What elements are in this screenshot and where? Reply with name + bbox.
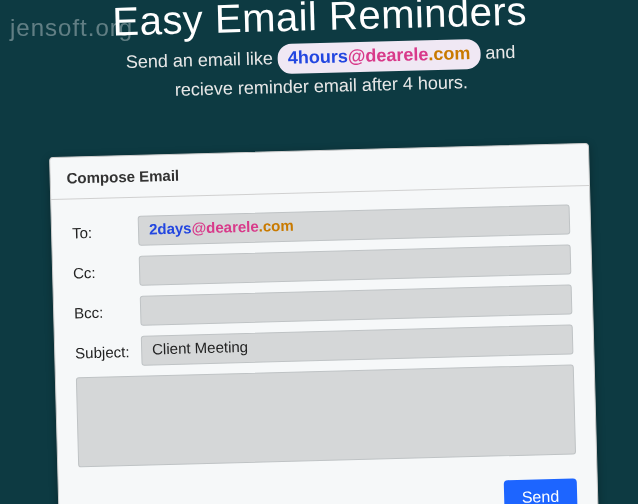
subject-input[interactable]: Client Meeting [141, 324, 574, 365]
compose-body: To: 2days@dearele.com Cc: Bcc: Subject: … [51, 186, 596, 482]
send-button[interactable]: Send [503, 478, 577, 504]
pill-tld: .com [428, 43, 471, 64]
watermark-text: jensoft.org [10, 14, 133, 42]
compose-panel: Compose Email To: 2days@dearele.com Cc: … [49, 143, 599, 504]
pill-domain: @dearele [348, 44, 429, 66]
compose-window: Compose Email To: 2days@dearele.com Cc: … [49, 143, 599, 504]
bcc-row: Bcc: [74, 284, 573, 327]
bcc-label: Bcc: [74, 302, 140, 321]
cc-input[interactable] [139, 244, 572, 285]
cc-label: Cc: [73, 262, 139, 281]
subject-row: Subject: Client Meeting [75, 324, 574, 367]
bcc-input[interactable] [140, 284, 573, 325]
hero-sub-mid: and [480, 42, 516, 63]
pill-time: 4hours [288, 46, 349, 68]
cc-row: Cc: [73, 244, 572, 287]
subject-label: Subject: [75, 342, 141, 361]
hero-sub-prefix: Send an email like [126, 48, 279, 72]
message-body-input[interactable] [76, 364, 576, 467]
to-time: 2days [149, 219, 192, 237]
to-tld: .com [258, 217, 293, 235]
to-input[interactable]: 2days@dearele.com [138, 204, 571, 245]
hero-subtitle: Send an email like 4hours@dearele.com an… [1, 35, 638, 109]
to-label: To: [72, 222, 138, 241]
example-email-pill: 4hours@dearele.com [278, 39, 481, 74]
to-domain: @dearele [191, 218, 259, 237]
hero-sub-line2: recieve reminder email after 4 hours. [175, 72, 469, 100]
to-row: To: 2days@dearele.com [72, 204, 571, 247]
